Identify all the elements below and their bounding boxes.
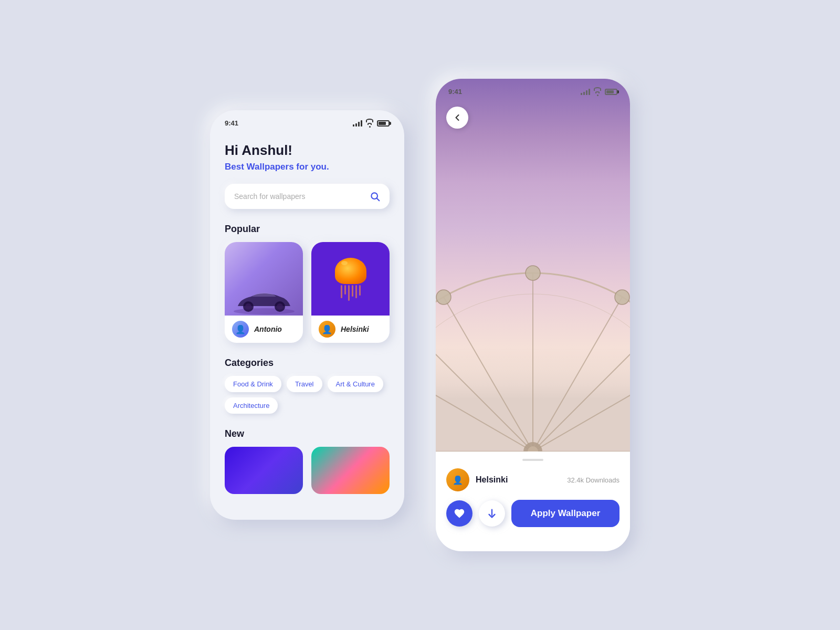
svg-line-16 [444,297,533,452]
categories-title: Categories [225,358,390,369]
svg-line-1 [377,198,380,201]
search-bar[interactable]: Search for wallpapers [225,184,390,209]
detail-bottom-panel: 👤 Helsinki 32.4k Downloads Apply [436,452,630,538]
heart-icon [454,508,465,519]
category-art-culture[interactable]: Art & Culture [328,376,383,392]
signal-icon [353,120,362,127]
category-travel[interactable]: Travel [287,376,322,392]
wallpaper-info-helsinki: 👤 Helsinki [311,316,390,343]
signal-icon-detail [581,89,590,95]
time-detail: 9:41 [448,88,462,96]
avatar-antonio: 👤 [232,321,249,338]
wifi-icon-detail [594,87,601,96]
battery-icon-detail [605,89,617,95]
phone-home: 9:41 Hi Anshul! [210,110,404,520]
svg-point-24 [436,290,451,304]
car-illustration [230,284,298,316]
category-architecture[interactable]: Architecture [225,397,278,414]
back-arrow-icon [452,112,463,123]
drag-indicator [522,459,543,461]
svg-point-21 [615,290,629,304]
svg-point-20 [526,266,540,280]
new-grid [225,447,390,494]
svg-point-2 [234,308,295,314]
svg-line-17 [436,362,533,452]
wallpaper-card-helsinki[interactable]: 👤 Helsinki [311,242,390,343]
detail-info-row: 👤 Helsinki 32.4k Downloads [446,468,620,491]
search-icon [370,191,380,202]
detail-wallpaper: 9:41 [436,79,630,452]
detail-actions: Apply Wallpaper [446,500,620,527]
author-helsinki: Helsinki [341,325,369,333]
wifi-icon [366,119,373,128]
new-title: New [225,428,390,439]
detail-author: 👤 Helsinki [446,468,508,491]
ferris-wheel-area [436,135,630,452]
svg-point-4 [245,303,251,310]
popular-title: Popular [225,224,390,235]
phone-detail: 9:41 [436,79,630,551]
categories-row: Food & Drink Travel Art & Culture Archit… [225,376,390,414]
svg-line-10 [533,326,630,452]
jellyfish-illustration [332,258,369,300]
detail-author-name: Helsinki [476,475,508,485]
download-button[interactable] [479,500,505,527]
greeting-text: Hi Anshul! [225,142,390,159]
status-bar-home: 9:41 [210,110,404,132]
wallpaper-info-antonio: 👤 Antonio [225,316,303,343]
new-section: New [225,428,390,494]
home-content: Hi Anshul! Best Wallpapers for you. Sear… [210,132,404,505]
download-icon [486,508,498,519]
ferris-wheel-illustration [436,200,630,452]
status-bar-detail: 9:41 [436,79,630,100]
phones-container: 9:41 Hi Anshul! [210,79,630,551]
avatar-helsinki: 👤 [319,321,335,338]
svg-line-15 [533,362,630,452]
subtitle-text: Best Wallpapers for you. [225,162,390,172]
battery-icon [377,120,390,127]
category-food-drink[interactable]: Food & Drink [225,376,281,392]
downloads-count: 32.4k Downloads [567,476,620,484]
popular-section: Popular [225,224,390,343]
thumb-car [225,242,303,316]
status-icons-home [353,119,390,128]
back-button[interactable] [446,107,468,129]
author-antonio: Antonio [254,325,282,333]
like-button[interactable] [446,500,472,527]
detail-avatar: 👤 [446,468,469,491]
categories-section: Categories Food & Drink Travel Art & Cul… [225,358,390,414]
apply-wallpaper-button[interactable]: Apply Wallpaper [511,500,620,527]
popular-grid: 👤 Antonio [225,242,390,343]
new-wallpaper-2[interactable] [311,447,390,494]
thumb-jellyfish [311,242,390,316]
svg-line-14 [533,297,622,452]
time-home: 9:41 [225,119,238,127]
wallpaper-card-antonio[interactable]: 👤 Antonio [225,242,303,343]
status-icons-detail [581,87,617,96]
new-wallpaper-1[interactable] [225,447,303,494]
svg-point-6 [277,303,283,310]
search-placeholder: Search for wallpapers [234,192,305,201]
svg-line-12 [436,326,533,452]
